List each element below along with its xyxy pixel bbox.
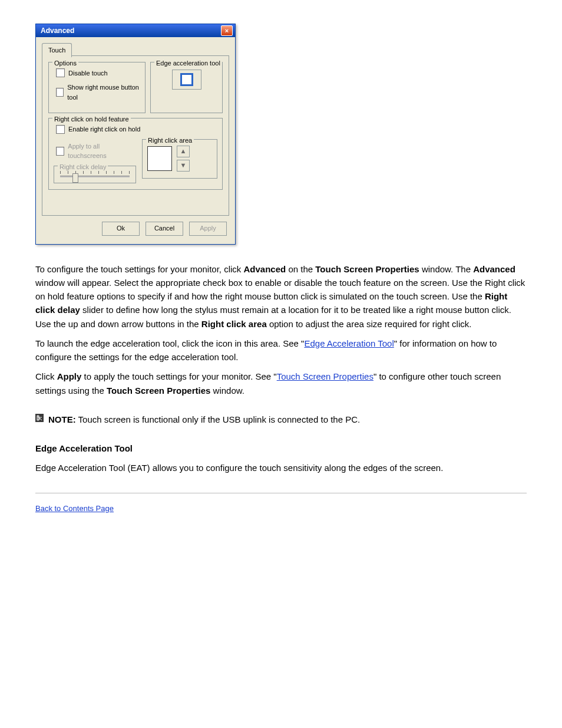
touch-props-link[interactable]: Touch Screen Properties [277, 371, 373, 381]
edge-accel-button[interactable] [172, 70, 201, 90]
window-title: Advanced [41, 25, 74, 36]
titlebar: Advanced × [36, 24, 235, 37]
show-rmb-tool-label: Show right mouse button tool [67, 83, 140, 102]
tab-row: Touch [42, 43, 229, 56]
divider [35, 493, 527, 493]
advanced-dialog: Advanced × Touch Options Disable touch [35, 24, 236, 245]
rc-area-preview [147, 146, 172, 171]
note-row: NOTE: Touch screen is functional only if… [35, 413, 527, 426]
rc-area-legend: Right click area [146, 136, 194, 146]
tab-touch[interactable]: Touch [42, 43, 72, 57]
edge-accel-legend: Edge acceleration tool [154, 58, 222, 68]
edge-accel-desc: Edge Acceleration Tool (EAT) allows you … [35, 461, 527, 475]
show-rmb-tool-checkbox[interactable] [56, 88, 64, 97]
disable-touch-label: Disable touch [68, 68, 108, 78]
rc-delay-box: Right click delay [54, 166, 136, 183]
rc-hold-legend: Right click on hold feature [52, 114, 131, 124]
rc-area-down-button[interactable]: ▼ [177, 160, 190, 172]
apply-all-label: Apply to all touchscreens [68, 141, 136, 161]
note-text: Touch screen is functional only if the U… [76, 414, 361, 424]
options-fieldset: Options Disable touch Show right mouse b… [48, 62, 146, 114]
apply-all-checkbox [56, 147, 64, 156]
heading-edge-accel: Edge Acceleration Tool [35, 442, 527, 455]
enable-rc-hold-label: Enable right click on hold [68, 124, 140, 134]
edge-accel-fieldset: Edge acceleration tool [150, 62, 223, 114]
paragraph-1: To configure the touch settings for your… [35, 262, 527, 331]
enable-rc-hold-checkbox[interactable] [56, 125, 65, 134]
back-to-contents-link[interactable]: Back to Contents Page [35, 504, 114, 513]
slider-thumb[interactable] [72, 173, 78, 183]
close-icon[interactable]: × [221, 25, 233, 36]
ok-button[interactable]: Ok [102, 222, 140, 236]
edge-accel-link[interactable]: Edge Acceleration Tool [304, 338, 394, 348]
rc-delay-slider[interactable] [60, 171, 130, 179]
rc-area-up-button[interactable]: ▲ [177, 146, 190, 157]
paragraph-3: Click Apply to apply the touch settings … [35, 370, 527, 397]
note-icon [35, 414, 44, 422]
paragraph-2: To launch the edge acceleration tool, cl… [35, 337, 527, 364]
tab-panel: Options Disable touch Show right mouse b… [42, 55, 229, 216]
apply-button: Apply [189, 222, 227, 236]
cancel-button[interactable]: Cancel [146, 222, 183, 236]
right-click-hold-fieldset: Right click on hold feature Enable right… [48, 118, 223, 190]
note-label: NOTE: [48, 414, 76, 424]
rc-area-fieldset: Right click area ▲ ▼ [142, 139, 217, 179]
disable-touch-checkbox[interactable] [56, 68, 65, 77]
options-legend: Options [52, 58, 78, 68]
edge-accel-icon [180, 73, 193, 86]
